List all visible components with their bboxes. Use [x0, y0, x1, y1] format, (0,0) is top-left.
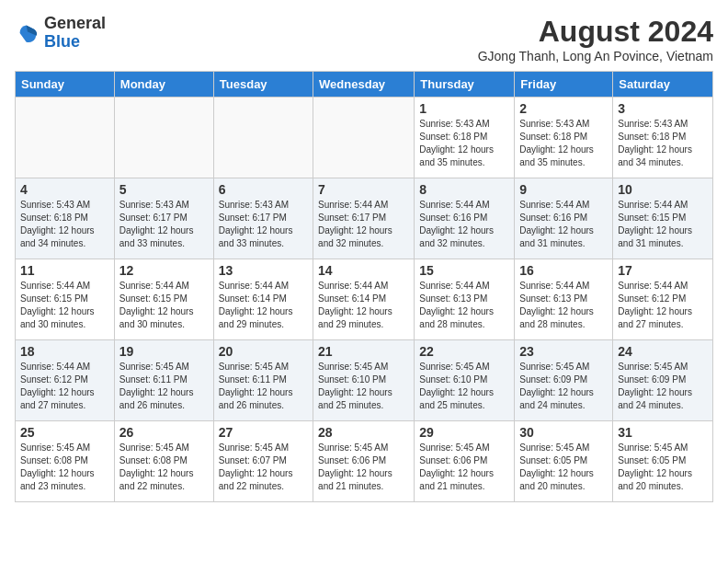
calendar-cell: 1Sunrise: 5:43 AM Sunset: 6:18 PM Daylig…	[415, 98, 515, 178]
day-info: Sunrise: 5:43 AM Sunset: 6:17 PM Dayligh…	[219, 199, 308, 250]
calendar-cell	[16, 98, 115, 178]
weekday-header-wednesday: Wednesday	[313, 72, 415, 98]
calendar-week-row: 4Sunrise: 5:43 AM Sunset: 6:18 PM Daylig…	[16, 178, 713, 259]
calendar-table: SundayMondayTuesdayWednesdayThursdayFrid…	[15, 71, 713, 502]
calendar-cell: 20Sunrise: 5:45 AM Sunset: 6:11 PM Dayli…	[213, 340, 313, 421]
day-number: 25	[20, 425, 109, 440]
day-info: Sunrise: 5:45 AM Sunset: 6:11 PM Dayligh…	[219, 361, 308, 412]
day-info: Sunrise: 5:44 AM Sunset: 6:12 PM Dayligh…	[618, 280, 708, 331]
day-number: 18	[20, 344, 109, 359]
day-info: Sunrise: 5:44 AM Sunset: 6:15 PM Dayligh…	[618, 199, 708, 250]
day-number: 24	[618, 344, 708, 359]
calendar-cell: 25Sunrise: 5:45 AM Sunset: 6:08 PM Dayli…	[16, 421, 115, 502]
logo-text: General Blue	[44, 15, 106, 52]
day-number: 1	[419, 101, 509, 116]
day-info: Sunrise: 5:44 AM Sunset: 6:15 PM Dayligh…	[20, 280, 109, 331]
day-info: Sunrise: 5:44 AM Sunset: 6:13 PM Dayligh…	[419, 280, 509, 331]
day-info: Sunrise: 5:44 AM Sunset: 6:17 PM Dayligh…	[318, 199, 409, 250]
day-info: Sunrise: 5:43 AM Sunset: 6:18 PM Dayligh…	[519, 118, 608, 169]
calendar-cell	[213, 98, 313, 178]
day-info: Sunrise: 5:43 AM Sunset: 6:18 PM Dayligh…	[618, 118, 708, 169]
calendar-cell: 21Sunrise: 5:45 AM Sunset: 6:10 PM Dayli…	[313, 340, 415, 421]
day-info: Sunrise: 5:43 AM Sunset: 6:17 PM Dayligh…	[119, 199, 209, 250]
calendar-cell: 4Sunrise: 5:43 AM Sunset: 6:18 PM Daylig…	[16, 178, 115, 259]
day-info: Sunrise: 5:45 AM Sunset: 6:09 PM Dayligh…	[519, 361, 608, 412]
day-number: 13	[219, 263, 308, 278]
calendar-cell: 12Sunrise: 5:44 AM Sunset: 6:15 PM Dayli…	[114, 259, 213, 340]
day-info: Sunrise: 5:45 AM Sunset: 6:05 PM Dayligh…	[618, 442, 708, 493]
day-number: 26	[119, 425, 209, 440]
day-number: 12	[119, 263, 209, 278]
calendar-cell: 5Sunrise: 5:43 AM Sunset: 6:17 PM Daylig…	[114, 178, 213, 259]
day-number: 27	[219, 425, 308, 440]
day-info: Sunrise: 5:45 AM Sunset: 6:10 PM Dayligh…	[419, 361, 509, 412]
logo: General Blue	[15, 15, 106, 52]
calendar-cell: 30Sunrise: 5:45 AM Sunset: 6:05 PM Dayli…	[515, 421, 613, 502]
calendar-cell	[313, 98, 415, 178]
calendar-week-row: 18Sunrise: 5:44 AM Sunset: 6:12 PM Dayli…	[16, 340, 713, 421]
calendar-week-row: 25Sunrise: 5:45 AM Sunset: 6:08 PM Dayli…	[16, 421, 713, 502]
day-number: 8	[419, 182, 509, 197]
calendar-cell: 18Sunrise: 5:44 AM Sunset: 6:12 PM Dayli…	[16, 340, 115, 421]
day-number: 30	[519, 425, 608, 440]
day-info: Sunrise: 5:44 AM Sunset: 6:15 PM Dayligh…	[119, 280, 209, 331]
day-number: 28	[318, 425, 409, 440]
location-subtitle: GJong Thanh, Long An Povince, Vietnam	[478, 49, 713, 63]
calendar-cell: 13Sunrise: 5:44 AM Sunset: 6:14 PM Dayli…	[213, 259, 313, 340]
day-info: Sunrise: 5:45 AM Sunset: 6:06 PM Dayligh…	[419, 442, 509, 493]
day-info: Sunrise: 5:45 AM Sunset: 6:08 PM Dayligh…	[119, 442, 209, 493]
day-number: 5	[119, 182, 209, 197]
calendar-cell: 2Sunrise: 5:43 AM Sunset: 6:18 PM Daylig…	[515, 98, 613, 178]
day-number: 10	[618, 182, 708, 197]
logo-icon	[15, 20, 40, 46]
calendar-cell: 3Sunrise: 5:43 AM Sunset: 6:18 PM Daylig…	[613, 98, 713, 178]
calendar-cell: 26Sunrise: 5:45 AM Sunset: 6:08 PM Dayli…	[114, 421, 213, 502]
day-info: Sunrise: 5:44 AM Sunset: 6:16 PM Dayligh…	[519, 199, 608, 250]
calendar-week-row: 1Sunrise: 5:43 AM Sunset: 6:18 PM Daylig…	[16, 98, 713, 178]
day-number: 29	[419, 425, 509, 440]
day-info: Sunrise: 5:44 AM Sunset: 6:16 PM Dayligh…	[419, 199, 509, 250]
calendar-cell: 11Sunrise: 5:44 AM Sunset: 6:15 PM Dayli…	[16, 259, 115, 340]
weekday-header-friday: Friday	[515, 72, 613, 98]
day-number: 11	[20, 263, 109, 278]
calendar-cell: 19Sunrise: 5:45 AM Sunset: 6:11 PM Dayli…	[114, 340, 213, 421]
calendar-cell: 14Sunrise: 5:44 AM Sunset: 6:14 PM Dayli…	[313, 259, 415, 340]
day-info: Sunrise: 5:45 AM Sunset: 6:10 PM Dayligh…	[318, 361, 409, 412]
calendar-cell: 23Sunrise: 5:45 AM Sunset: 6:09 PM Dayli…	[515, 340, 613, 421]
day-info: Sunrise: 5:45 AM Sunset: 6:08 PM Dayligh…	[20, 442, 109, 493]
calendar-cell: 27Sunrise: 5:45 AM Sunset: 6:07 PM Dayli…	[213, 421, 313, 502]
day-info: Sunrise: 5:44 AM Sunset: 6:14 PM Dayligh…	[219, 280, 308, 331]
weekday-header-saturday: Saturday	[613, 72, 713, 98]
day-info: Sunrise: 5:44 AM Sunset: 6:12 PM Dayligh…	[20, 361, 109, 412]
day-number: 31	[618, 425, 708, 440]
calendar-cell: 28Sunrise: 5:45 AM Sunset: 6:06 PM Dayli…	[313, 421, 415, 502]
calendar-cell: 17Sunrise: 5:44 AM Sunset: 6:12 PM Dayli…	[613, 259, 713, 340]
weekday-header-sunday: Sunday	[16, 72, 115, 98]
calendar-cell: 7Sunrise: 5:44 AM Sunset: 6:17 PM Daylig…	[313, 178, 415, 259]
month-year-title: August 2024	[478, 15, 713, 49]
weekday-header-row: SundayMondayTuesdayWednesdayThursdayFrid…	[16, 72, 713, 98]
day-number: 22	[419, 344, 509, 359]
calendar-week-row: 11Sunrise: 5:44 AM Sunset: 6:15 PM Dayli…	[16, 259, 713, 340]
day-info: Sunrise: 5:43 AM Sunset: 6:18 PM Dayligh…	[20, 199, 109, 250]
day-number: 15	[419, 263, 509, 278]
day-info: Sunrise: 5:45 AM Sunset: 6:06 PM Dayligh…	[318, 442, 409, 493]
day-number: 16	[519, 263, 608, 278]
day-info: Sunrise: 5:44 AM Sunset: 6:14 PM Dayligh…	[318, 280, 409, 331]
day-info: Sunrise: 5:44 AM Sunset: 6:13 PM Dayligh…	[519, 280, 608, 331]
day-info: Sunrise: 5:45 AM Sunset: 6:11 PM Dayligh…	[119, 361, 209, 412]
calendar-cell: 31Sunrise: 5:45 AM Sunset: 6:05 PM Dayli…	[613, 421, 713, 502]
weekday-header-tuesday: Tuesday	[213, 72, 313, 98]
day-number: 14	[318, 263, 409, 278]
calendar-cell: 10Sunrise: 5:44 AM Sunset: 6:15 PM Dayli…	[613, 178, 713, 259]
weekday-header-thursday: Thursday	[415, 72, 515, 98]
calendar-cell	[114, 98, 213, 178]
day-info: Sunrise: 5:45 AM Sunset: 6:07 PM Dayligh…	[219, 442, 308, 493]
calendar-cell: 6Sunrise: 5:43 AM Sunset: 6:17 PM Daylig…	[213, 178, 313, 259]
calendar-cell: 16Sunrise: 5:44 AM Sunset: 6:13 PM Dayli…	[515, 259, 613, 340]
day-number: 23	[519, 344, 608, 359]
day-number: 9	[519, 182, 608, 197]
weekday-header-monday: Monday	[114, 72, 213, 98]
day-number: 6	[219, 182, 308, 197]
day-number: 2	[519, 101, 608, 116]
